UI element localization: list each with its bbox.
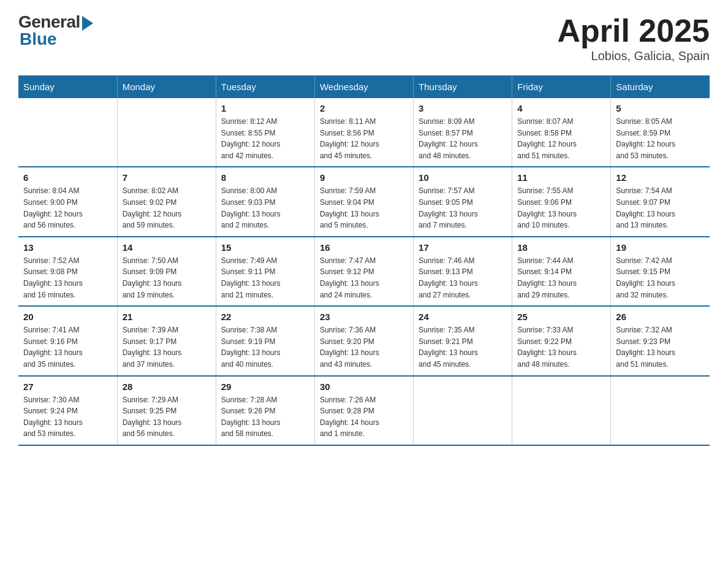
calendar-cell — [414, 376, 512, 445]
calendar-cell — [117, 98, 216, 167]
day-number: 3 — [419, 103, 507, 113]
weekday-header-monday: Monday — [117, 75, 216, 98]
calendar-cell: 21Sunrise: 7:39 AMSunset: 9:17 PMDayligh… — [117, 306, 216, 375]
day-number: 30 — [320, 381, 408, 392]
calendar-cell: 1Sunrise: 8:12 AMSunset: 8:55 PMDaylight… — [216, 98, 314, 167]
weekday-header-wednesday: Wednesday — [314, 75, 413, 98]
day-number: 1 — [221, 103, 309, 113]
calendar-cell: 11Sunrise: 7:55 AMSunset: 9:06 PMDayligh… — [512, 167, 611, 236]
title-block: April 2025 Lobios, Galicia, Spain — [557, 12, 710, 63]
weekday-header-tuesday: Tuesday — [216, 75, 314, 98]
day-info: Sunrise: 7:38 AMSunset: 9:19 PMDaylight:… — [221, 324, 309, 370]
weekday-header-sunday: Sunday — [18, 75, 117, 98]
calendar-cell: 12Sunrise: 7:54 AMSunset: 9:07 PMDayligh… — [611, 167, 710, 236]
day-number: 14 — [123, 242, 211, 253]
calendar-cell: 4Sunrise: 8:07 AMSunset: 8:58 PMDaylight… — [512, 98, 611, 167]
day-number: 27 — [23, 381, 112, 392]
day-number: 16 — [320, 242, 408, 253]
day-info: Sunrise: 7:35 AMSunset: 9:21 PMDaylight:… — [419, 324, 507, 370]
calendar-cell — [611, 376, 710, 445]
calendar-cell: 29Sunrise: 7:28 AMSunset: 9:26 PMDayligh… — [216, 376, 314, 445]
weekday-header-row: SundayMondayTuesdayWednesdayThursdayFrid… — [18, 75, 710, 98]
calendar-cell — [512, 376, 611, 445]
day-number: 12 — [616, 172, 705, 183]
day-number: 11 — [517, 172, 605, 183]
calendar-cell: 25Sunrise: 7:33 AMSunset: 9:22 PMDayligh… — [512, 306, 611, 375]
day-number: 2 — [320, 103, 408, 113]
calendar-cell: 3Sunrise: 8:09 AMSunset: 8:57 PMDaylight… — [414, 98, 512, 167]
calendar-week-3: 13Sunrise: 7:52 AMSunset: 9:08 PMDayligh… — [18, 237, 710, 306]
calendar-cell: 16Sunrise: 7:47 AMSunset: 9:12 PMDayligh… — [314, 237, 413, 306]
day-number: 10 — [419, 172, 507, 183]
day-number: 4 — [517, 103, 605, 113]
day-number: 21 — [123, 312, 211, 322]
day-number: 18 — [517, 242, 605, 253]
calendar-cell: 28Sunrise: 7:29 AMSunset: 9:25 PMDayligh… — [117, 376, 216, 445]
day-number: 6 — [23, 172, 112, 183]
calendar-cell: 7Sunrise: 8:02 AMSunset: 9:02 PMDaylight… — [117, 167, 216, 236]
day-number: 23 — [320, 312, 408, 322]
logo-blue-text: Blue — [20, 29, 57, 49]
calendar-body: 1Sunrise: 8:12 AMSunset: 8:55 PMDaylight… — [18, 98, 710, 445]
day-number: 20 — [23, 312, 112, 322]
day-number: 25 — [517, 312, 605, 322]
calendar-header: SundayMondayTuesdayWednesdayThursdayFrid… — [18, 75, 710, 98]
day-info: Sunrise: 7:32 AMSunset: 9:23 PMDaylight:… — [616, 324, 705, 370]
day-number: 9 — [320, 172, 408, 183]
day-info: Sunrise: 7:52 AMSunset: 9:08 PMDaylight:… — [23, 255, 112, 301]
day-number: 29 — [221, 381, 309, 392]
calendar-cell: 23Sunrise: 7:36 AMSunset: 9:20 PMDayligh… — [314, 306, 413, 375]
day-number: 13 — [23, 242, 112, 253]
calendar-cell: 20Sunrise: 7:41 AMSunset: 9:16 PMDayligh… — [18, 306, 117, 375]
day-info: Sunrise: 8:02 AMSunset: 9:02 PMDaylight:… — [123, 185, 211, 231]
day-info: Sunrise: 7:59 AMSunset: 9:04 PMDaylight:… — [320, 185, 408, 231]
day-number: 5 — [616, 103, 705, 113]
calendar-cell: 18Sunrise: 7:44 AMSunset: 9:14 PMDayligh… — [512, 237, 611, 306]
day-info: Sunrise: 7:50 AMSunset: 9:09 PMDaylight:… — [123, 255, 211, 301]
weekday-header-thursday: Thursday — [414, 75, 512, 98]
calendar-cell: 5Sunrise: 8:05 AMSunset: 8:59 PMDaylight… — [611, 98, 710, 167]
day-info: Sunrise: 7:28 AMSunset: 9:26 PMDaylight:… — [221, 394, 309, 440]
day-number: 24 — [419, 312, 507, 322]
day-info: Sunrise: 7:44 AMSunset: 9:14 PMDaylight:… — [517, 255, 605, 301]
day-info: Sunrise: 7:30 AMSunset: 9:24 PMDaylight:… — [23, 394, 112, 440]
calendar-table: SundayMondayTuesdayWednesdayThursdayFrid… — [18, 75, 710, 446]
day-info: Sunrise: 8:00 AMSunset: 9:03 PMDaylight:… — [221, 185, 309, 231]
calendar-cell: 26Sunrise: 7:32 AMSunset: 9:23 PMDayligh… — [611, 306, 710, 375]
page-header: General Blue April 2025 Lobios, Galicia,… — [18, 12, 710, 63]
calendar-cell: 30Sunrise: 7:26 AMSunset: 9:28 PMDayligh… — [314, 376, 413, 445]
calendar-cell: 2Sunrise: 8:11 AMSunset: 8:56 PMDaylight… — [314, 98, 413, 167]
day-info: Sunrise: 7:36 AMSunset: 9:20 PMDaylight:… — [320, 324, 408, 370]
calendar-cell: 22Sunrise: 7:38 AMSunset: 9:19 PMDayligh… — [216, 306, 314, 375]
day-info: Sunrise: 8:05 AMSunset: 8:59 PMDaylight:… — [616, 116, 705, 161]
day-number: 15 — [221, 242, 309, 253]
page-subtitle: Lobios, Galicia, Spain — [557, 49, 710, 63]
day-number: 7 — [123, 172, 211, 183]
day-info: Sunrise: 7:55 AMSunset: 9:06 PMDaylight:… — [517, 185, 605, 231]
calendar-cell: 27Sunrise: 7:30 AMSunset: 9:24 PMDayligh… — [18, 376, 117, 445]
calendar-week-2: 6Sunrise: 8:04 AMSunset: 9:00 PMDaylight… — [18, 167, 710, 236]
page-title: April 2025 — [557, 12, 710, 49]
logo: General Blue — [18, 12, 93, 49]
calendar-cell: 10Sunrise: 7:57 AMSunset: 9:05 PMDayligh… — [414, 167, 512, 236]
weekday-header-friday: Friday — [512, 75, 611, 98]
calendar-week-1: 1Sunrise: 8:12 AMSunset: 8:55 PMDaylight… — [18, 98, 710, 167]
day-info: Sunrise: 7:49 AMSunset: 9:11 PMDaylight:… — [221, 255, 309, 301]
calendar-cell: 24Sunrise: 7:35 AMSunset: 9:21 PMDayligh… — [414, 306, 512, 375]
day-info: Sunrise: 8:12 AMSunset: 8:55 PMDaylight:… — [221, 116, 309, 161]
weekday-header-saturday: Saturday — [611, 75, 710, 98]
day-info: Sunrise: 7:41 AMSunset: 9:16 PMDaylight:… — [23, 324, 112, 370]
calendar-week-4: 20Sunrise: 7:41 AMSunset: 9:16 PMDayligh… — [18, 306, 710, 375]
calendar-cell: 15Sunrise: 7:49 AMSunset: 9:11 PMDayligh… — [216, 237, 314, 306]
day-info: Sunrise: 7:46 AMSunset: 9:13 PMDaylight:… — [419, 255, 507, 301]
day-info: Sunrise: 8:07 AMSunset: 8:58 PMDaylight:… — [517, 116, 605, 161]
day-info: Sunrise: 7:42 AMSunset: 9:15 PMDaylight:… — [616, 255, 705, 301]
day-info: Sunrise: 8:09 AMSunset: 8:57 PMDaylight:… — [419, 116, 507, 161]
calendar-cell: 6Sunrise: 8:04 AMSunset: 9:00 PMDaylight… — [18, 167, 117, 236]
day-number: 19 — [616, 242, 705, 253]
day-info: Sunrise: 7:26 AMSunset: 9:28 PMDaylight:… — [320, 394, 408, 440]
day-number: 26 — [616, 312, 705, 322]
calendar-cell: 19Sunrise: 7:42 AMSunset: 9:15 PMDayligh… — [611, 237, 710, 306]
day-number: 28 — [123, 381, 211, 392]
day-info: Sunrise: 7:47 AMSunset: 9:12 PMDaylight:… — [320, 255, 408, 301]
